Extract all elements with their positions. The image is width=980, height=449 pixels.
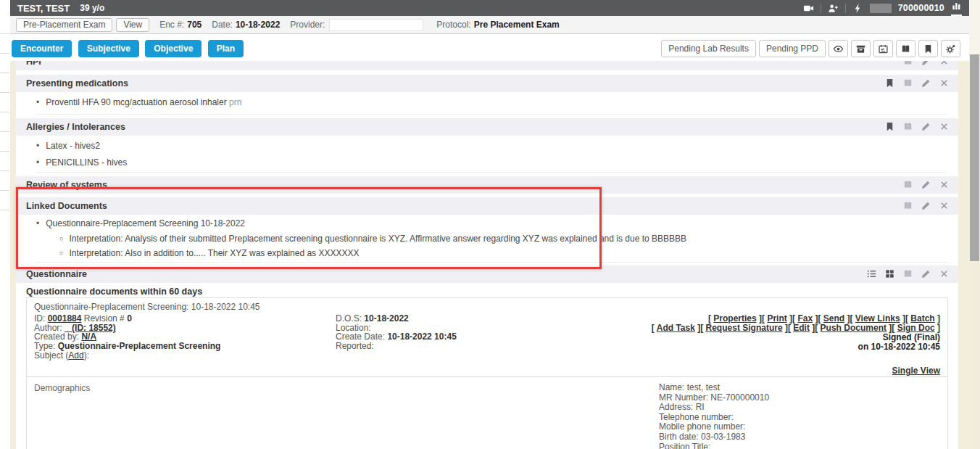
exam-type-button[interactable]: Pre-Placement Exam xyxy=(16,18,112,32)
pencil-icon[interactable] xyxy=(921,78,931,88)
properties-link[interactable]: Properties xyxy=(713,313,756,324)
subject-suffix: ): xyxy=(84,350,89,361)
questionnaire-document-card: Questionnaire-Preplacement Screening: 10… xyxy=(26,297,948,449)
chart-icon[interactable] xyxy=(951,0,962,16)
pencil-icon[interactable] xyxy=(921,200,931,211)
section-title: Allergies / Intolerances xyxy=(26,122,125,132)
questionnaire-subtitle: Questionnaire documents within 60 days xyxy=(26,287,202,297)
demo-birth-date: Birth date: 03-03-1983 xyxy=(659,432,745,442)
book-icon[interactable] xyxy=(902,61,913,67)
nav-button-plan[interactable]: Plan xyxy=(208,40,244,57)
book-icon[interactable] xyxy=(902,179,913,190)
document-heading: Questionnaire-Preplacement Screening: 10… xyxy=(34,302,260,312)
section-header-linked-documents: Linked Documents xyxy=(16,197,958,215)
pencil-icon[interactable] xyxy=(921,121,931,132)
gears-icon[interactable] xyxy=(941,40,960,57)
archive-box-icon[interactable] xyxy=(851,40,871,57)
allergy-item: PENICILLINS - hives xyxy=(36,157,127,168)
edit-link[interactable]: Edit xyxy=(793,323,810,333)
nav-button-encounter[interactable]: Encounter xyxy=(12,40,72,57)
patient-age: 39 y/o xyxy=(80,3,104,13)
book-icon[interactable] xyxy=(902,121,913,132)
reported-label: Reported: xyxy=(336,341,374,351)
single-view-link[interactable]: Single View xyxy=(892,366,940,376)
patient-header-bar: TEST, TEST 39 y/o 700000010 xyxy=(10,0,969,16)
section-title: Questionnaire xyxy=(26,269,87,279)
list-view-icon[interactable] xyxy=(866,268,877,279)
batch-link[interactable]: Batch xyxy=(910,313,934,324)
send-link[interactable]: Send xyxy=(823,313,844,324)
close-icon[interactable] xyxy=(939,121,950,132)
grid-view-icon[interactable] xyxy=(884,268,895,279)
add-task-link[interactable]: Add Task xyxy=(657,323,695,333)
enc-value: 705 xyxy=(187,20,202,30)
book-icon[interactable] xyxy=(896,40,915,57)
note-panel: HPI Presenting medications Proventil HFA… xyxy=(16,61,958,449)
view-button[interactable]: View xyxy=(116,18,149,32)
print-link[interactable]: Print xyxy=(767,313,786,324)
fax-link[interactable]: Fax xyxy=(797,313,813,324)
allergy-item: Latex - hives2 xyxy=(36,141,100,151)
pencil-icon[interactable] xyxy=(921,61,931,67)
document-meta-middle: D.O.S: 10-18-2022 Location: Create Date:… xyxy=(336,314,457,351)
section-header-presenting-medications: Presenting medications xyxy=(16,75,958,92)
divider xyxy=(845,4,846,13)
scrollbar-thumb[interactable] xyxy=(970,54,979,261)
nav-button-subjective[interactable]: Subjective xyxy=(78,40,139,57)
pending-lab-results-button[interactable]: Pending Lab Results xyxy=(661,40,756,57)
nav-button-objective[interactable]: Objective xyxy=(145,40,202,57)
signed-date: on 10-18-2022 10:45 xyxy=(858,342,940,352)
bookmark-icon[interactable] xyxy=(884,121,895,132)
revision-value: 0 xyxy=(127,313,132,324)
add-person-icon[interactable] xyxy=(828,3,839,14)
badge-placeholder xyxy=(870,4,892,13)
toolbar-row: Encounter Subjective Objective Plan Pend… xyxy=(10,34,969,61)
eye-icon[interactable] xyxy=(829,40,848,57)
divider xyxy=(821,4,821,13)
bookmark-icon[interactable] xyxy=(884,78,895,88)
date-value: 10-18-2022 xyxy=(236,20,280,30)
demo-mobile: Mobile phone number: xyxy=(659,421,745,432)
ehr-application: TEST, TEST 39 y/o 700000010 Pre-Placemen… xyxy=(10,0,969,449)
document-meta-left: ID: 0001884 Revision # 0 Author: _ (ID: … xyxy=(34,314,220,361)
close-icon[interactable] xyxy=(939,61,950,67)
demographics-label: Demographics xyxy=(34,383,90,393)
bookmark-icon[interactable] xyxy=(918,40,938,57)
demo-mr-number: MR Number: NE-700000010 xyxy=(659,392,769,403)
demo-address: Address: RI xyxy=(659,402,705,412)
section-title: HPI xyxy=(26,61,41,67)
subject-add-link[interactable]: Add xyxy=(68,350,83,361)
close-icon[interactable] xyxy=(939,268,950,279)
encounter-info-bar: Pre-Placement Exam View Enc #: 705 Date:… xyxy=(10,16,969,34)
section-header-review-of-systems: Review of systems xyxy=(16,176,958,194)
section-header-allergies: Allergies / Intolerances xyxy=(16,118,958,136)
toolbar-actions: Pending Lab Results Pending PPD xyxy=(661,40,960,57)
book-icon[interactable] xyxy=(902,200,913,211)
demographics-values: Name: test, test MR Number: NE-700000010… xyxy=(659,383,769,449)
enc-label: Enc #: xyxy=(159,20,184,30)
push-document-link[interactable]: Push Document xyxy=(821,323,886,333)
pending-ppd-button[interactable]: Pending PPD xyxy=(759,40,826,57)
video-camera-icon[interactable] xyxy=(803,3,814,14)
content-background: HPI Presenting medications Proventil HFA… xyxy=(10,61,969,449)
pencil-icon[interactable] xyxy=(921,268,931,279)
linked-document-item: Questionnaire-Preplacement Screening 10-… xyxy=(36,218,245,228)
flash-icon[interactable] xyxy=(852,3,863,14)
pencil-icon[interactable] xyxy=(921,179,931,190)
account-number: 700000010 xyxy=(898,3,944,13)
provider-input[interactable] xyxy=(329,19,423,31)
section-title: Linked Documents xyxy=(26,201,107,211)
medication-item: Proventil HFA 90 mcg/actuation aerosol i… xyxy=(36,97,241,107)
request-signature-link[interactable]: Request Signature xyxy=(706,323,783,333)
close-icon[interactable] xyxy=(939,200,950,211)
demo-name: Name: test, test xyxy=(659,382,720,392)
background-grid-lines xyxy=(0,15,9,223)
view-links-link[interactable]: View Links xyxy=(855,313,900,324)
divider xyxy=(36,172,947,173)
close-icon[interactable] xyxy=(939,78,950,88)
close-icon[interactable] xyxy=(939,179,950,190)
book-icon[interactable] xyxy=(902,268,913,279)
calendar-icon[interactable] xyxy=(873,40,893,57)
book-icon[interactable] xyxy=(902,78,913,88)
sign-doc-link[interactable]: Sign Doc xyxy=(897,323,935,333)
